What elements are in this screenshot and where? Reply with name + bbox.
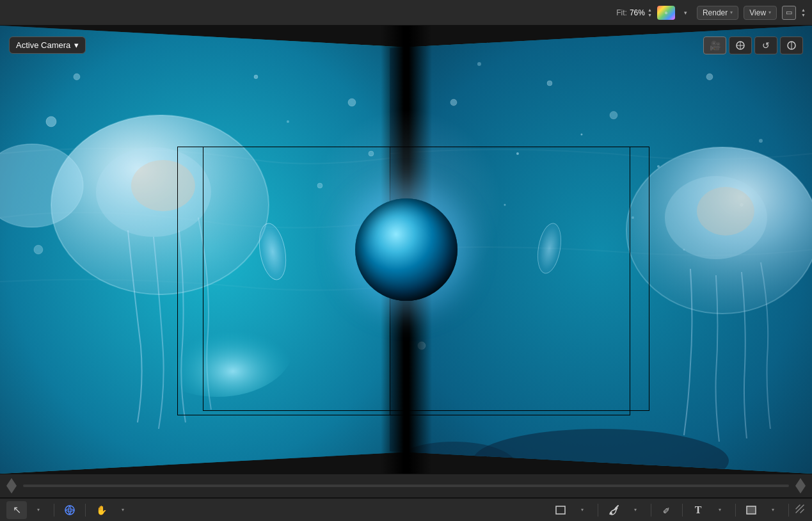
svg-point-44 <box>610 512 612 515</box>
window-stepper[interactable]: ▲ ▼ <box>801 8 806 17</box>
rect-chevron-icon: ▾ <box>581 507 584 513</box>
top-toolbar: Fit: 76% ▲ ▼ ● ▾ Render ▾ View ▾ ▭ ▲ ▼ <box>0 0 812 26</box>
sep-5 <box>682 504 683 517</box>
view-label: View <box>749 8 766 17</box>
camera-view-icon: 🎥 <box>710 40 720 51</box>
render-dropdown[interactable]: Render ▾ <box>697 6 738 20</box>
rect-tool-button[interactable] <box>550 501 571 519</box>
navigate-button[interactable] <box>729 36 752 54</box>
text-tool-group: T ▾ <box>688 501 730 519</box>
select-chevron-icon: ▾ <box>37 507 40 513</box>
svg-rect-43 <box>556 506 565 514</box>
scene-canvas <box>0 26 812 474</box>
text-options-button[interactable]: ▾ <box>710 501 730 519</box>
select-tool-button[interactable]: ↖ <box>6 501 27 519</box>
bottom-toolbar: ↖ ▾ ✋ ▾ ▾ <box>0 498 812 521</box>
navigate-icon <box>735 40 745 51</box>
center-sphere <box>355 198 458 301</box>
camera-label: Active Camera <box>16 40 70 50</box>
3d-tool-button[interactable] <box>60 501 80 519</box>
fit-value: 76% <box>630 8 645 17</box>
svg-point-17 <box>287 120 289 123</box>
svg-point-30 <box>581 134 583 136</box>
svg-point-9 <box>131 160 195 211</box>
svg-point-12 <box>74 74 80 80</box>
3d-transform-icon <box>64 504 76 516</box>
text-chevron-icon: ▾ <box>719 507 721 513</box>
svg-point-11 <box>46 116 56 127</box>
hand-icon: ✋ <box>96 505 107 515</box>
sep-4 <box>651 504 651 517</box>
paint-icon <box>608 504 619 516</box>
svg-point-42 <box>65 506 74 515</box>
timeline-track[interactable] <box>23 485 789 487</box>
layout-button[interactable] <box>780 36 803 54</box>
svg-point-16 <box>254 75 258 79</box>
layout-icon <box>786 40 797 51</box>
pen-tool-button[interactable]: ✏ <box>657 501 677 519</box>
svg-point-32 <box>504 204 506 206</box>
hand-options-button[interactable]: ▾ <box>113 501 133 519</box>
svg-point-15 <box>34 245 43 254</box>
pen-icon: ✏ <box>660 504 673 517</box>
camera-view-button[interactable]: 🎥 <box>703 36 726 54</box>
svg-point-13 <box>348 99 356 106</box>
reset-button[interactable]: ↺ <box>754 36 777 54</box>
timeline-start-marker[interactable] <box>6 478 17 493</box>
svg-point-29 <box>516 152 519 155</box>
svg-point-23 <box>477 62 481 66</box>
shape-tool-button[interactable] <box>741 501 761 519</box>
svg-point-22 <box>450 99 457 106</box>
text-icon: T <box>695 504 702 516</box>
sep-2 <box>85 504 86 517</box>
paint-tool-group: ▾ <box>603 501 646 519</box>
shape-icon <box>746 506 756 515</box>
color-chevron[interactable]: ▾ <box>680 7 692 19</box>
paint-tool-button[interactable] <box>603 501 624 519</box>
hand-tool-group: ✋ ▾ <box>91 501 133 519</box>
rect-icon <box>555 506 566 515</box>
hand-tool-button[interactable]: ✋ <box>91 501 111 519</box>
view-dropdown[interactable]: View ▾ <box>744 6 777 20</box>
rect-options-button[interactable]: ▾ <box>572 501 593 519</box>
select-tool-group: ↖ ▾ <box>6 501 49 519</box>
svg-rect-45 <box>747 506 756 514</box>
svg-point-26 <box>706 74 713 80</box>
color-settings-button[interactable]: ● <box>657 6 675 20</box>
hand-chevron-icon: ▾ <box>122 507 124 513</box>
render-label: Render <box>703 8 728 17</box>
camera-chevron-icon: ▾ <box>74 40 79 50</box>
window-options-button[interactable]: ▭ <box>782 6 796 20</box>
svg-point-27 <box>759 139 763 143</box>
svg-point-39 <box>697 187 754 236</box>
reset-icon: ↺ <box>762 40 770 51</box>
sep-7 <box>788 504 789 517</box>
timeline-bar <box>0 474 812 498</box>
paint-options-button[interactable]: ▾ <box>625 501 646 519</box>
view-chevron-icon: ▾ <box>768 10 771 15</box>
rect-tool-group: ▾ <box>550 501 593 519</box>
select-icon: ↖ <box>13 504 21 516</box>
sep-3 <box>598 504 598 517</box>
fit-control: Fit: 76% ▲ ▼ <box>616 8 652 17</box>
render-chevron-icon: ▾ <box>730 10 733 15</box>
paint-chevron-icon: ▾ <box>634 507 637 513</box>
fit-stepper[interactable]: ▲ ▼ <box>648 8 652 17</box>
shape-chevron-icon: ▾ <box>772 507 774 513</box>
viewport: Active Camera ▾ 🎥 ↺ <box>0 26 812 474</box>
sep-6 <box>735 504 736 517</box>
text-tool-button[interactable]: T <box>688 501 708 519</box>
fit-label: Fit: <box>616 8 627 17</box>
shape-options-button[interactable]: ▾ <box>763 501 783 519</box>
svg-point-25 <box>610 111 617 119</box>
window-icon: ▭ <box>786 8 792 17</box>
sep-1 <box>54 504 54 517</box>
timeline-end-marker[interactable] <box>795 478 806 493</box>
viewport-icons-group: 🎥 ↺ <box>703 36 803 54</box>
camera-dropdown[interactable]: Active Camera ▾ <box>9 36 86 54</box>
select-options-button[interactable]: ▾ <box>28 501 49 519</box>
svg-point-24 <box>547 81 552 86</box>
svg-point-10 <box>141 294 294 397</box>
resize-corner-button[interactable] <box>794 503 806 517</box>
color-icon: ● <box>664 9 668 16</box>
